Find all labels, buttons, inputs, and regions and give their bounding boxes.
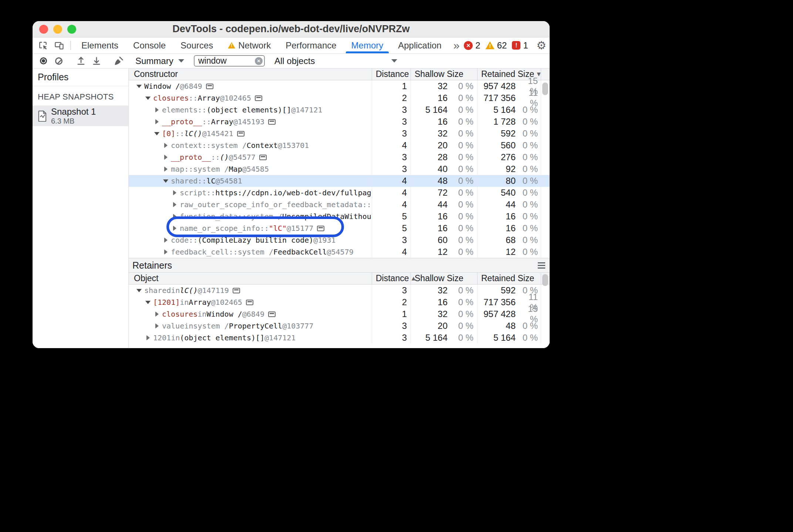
- constructor-tree-row[interactable]: code :: (CompileLazy builtin code) @1931…: [129, 234, 550, 246]
- reveal-icon[interactable]: [206, 84, 213, 89]
- column-header-shallow-size[interactable]: Shallow Size: [411, 273, 477, 284]
- expand-triangle-icon[interactable]: [161, 234, 171, 246]
- snapshot-item[interactable]: Snapshot 1 6.3 MB: [33, 105, 128, 126]
- expand-triangle-icon[interactable]: [152, 308, 162, 320]
- collapse-triangle-icon[interactable]: [152, 128, 162, 139]
- column-header-object[interactable]: Object: [129, 273, 372, 284]
- warning-count-badge[interactable]: 62: [486, 40, 507, 51]
- tab-console[interactable]: Console: [126, 37, 173, 53]
- error-count-badge[interactable]: 2: [464, 40, 480, 51]
- constructor-tree-row[interactable]: context :: system / Context @1537014200 …: [129, 139, 550, 151]
- reveal-icon[interactable]: [268, 119, 276, 125]
- constructor-tree-row[interactable]: name_or_scope_info :: "lC" @151775160 %1…: [129, 222, 550, 234]
- distance-cell: 3: [372, 116, 411, 128]
- reveal-icon[interactable]: [246, 300, 253, 305]
- reveal-icon[interactable]: [259, 155, 267, 160]
- expand-triangle-icon[interactable]: [169, 211, 180, 222]
- reveal-icon[interactable]: [233, 288, 240, 293]
- tab-performance[interactable]: Performance: [278, 37, 344, 53]
- column-header-constructor[interactable]: Constructor: [129, 68, 372, 80]
- settings-button[interactable]: ⚙: [533, 40, 550, 51]
- clear-profiles-button[interactable]: [51, 54, 67, 68]
- constructor-tree-row[interactable]: [0] :: lC() @1454213320 %5920 %: [129, 128, 550, 139]
- constructor-tree-row[interactable]: script :: https://cdpn.io/web-dot-dev/fu…: [129, 187, 550, 199]
- column-header-distance[interactable]: Distance ▲: [372, 273, 411, 284]
- issues-count-badge[interactable]: 1: [512, 40, 528, 51]
- constructor-tree-row[interactable]: shared :: lC @545814480 %800 %: [129, 175, 550, 187]
- retainer-row[interactable]: shared in lC() @1471193320 %5920 %: [129, 284, 550, 296]
- object-filter-select[interactable]: All objects: [271, 54, 401, 68]
- tab-sources[interactable]: Sources: [173, 37, 220, 53]
- collapse-triangle-icon[interactable]: [134, 80, 144, 92]
- collapse-triangle-icon[interactable]: [143, 92, 153, 104]
- constructor-cell: name_or_scope_info :: "lC" @15177: [129, 222, 372, 234]
- constructor-tree-row[interactable]: closures :: Array @1024652160 %717 35611…: [129, 92, 550, 104]
- collapse-triangle-icon[interactable]: [143, 296, 153, 308]
- retainer-row[interactable]: closures in Window / @68491320 %957 4281…: [129, 308, 550, 320]
- expand-triangle-icon[interactable]: [161, 246, 171, 258]
- expand-triangle-icon[interactable]: [169, 199, 180, 211]
- tab-memory[interactable]: Memory: [344, 37, 391, 53]
- take-snapshot-button[interactable]: [36, 54, 51, 68]
- devtools-window: DevTools - codepen.io/web-dot-dev/live/o…: [33, 21, 550, 348]
- retainer-row[interactable]: 1201 in (object elements)[] @14712135 16…: [129, 332, 550, 344]
- clear-search-icon[interactable]: [255, 57, 263, 65]
- shallow-size-cell: 160 %: [411, 92, 477, 104]
- hamburger-menu-icon[interactable]: [538, 262, 545, 269]
- scrollbar-gutter: [541, 175, 550, 187]
- constructor-tree-row[interactable]: __proto__ :: () @545773280 %2760 %: [129, 151, 550, 163]
- expand-triangle-icon[interactable]: [152, 104, 162, 116]
- scrollbar-thumb[interactable]: [542, 274, 548, 286]
- collapse-triangle-icon[interactable]: [161, 175, 171, 187]
- tab-application[interactable]: Application: [391, 37, 449, 53]
- perspective-select[interactable]: Summary: [132, 54, 188, 68]
- constructor-cell: [0] :: lC() @145421: [129, 128, 372, 139]
- constructor-tree-row[interactable]: map :: system / Map @545853400 %920 %: [129, 163, 550, 175]
- column-header-distance[interactable]: Distance: [372, 68, 411, 80]
- expand-triangle-icon[interactable]: [169, 222, 180, 234]
- retainer-row[interactable]: value in system / PropertyCell @10377732…: [129, 320, 550, 332]
- retainer-row[interactable]: [1201] in Array @1024652160 %717 35611 %: [129, 296, 550, 308]
- constructor-tree-row[interactable]: raw_outer_scope_info_or_feedback_metadat…: [129, 199, 550, 211]
- tab-network[interactable]: Network: [220, 37, 278, 53]
- minimize-window-button[interactable]: [53, 25, 62, 34]
- load-profile-button[interactable]: [73, 54, 89, 68]
- reveal-icon[interactable]: [268, 312, 276, 317]
- expand-triangle-icon[interactable]: [161, 139, 171, 151]
- collapse-triangle-icon[interactable]: [134, 284, 144, 296]
- device-toolbar-button[interactable]: [51, 37, 67, 53]
- scrollbar-thumb[interactable]: [542, 83, 548, 95]
- column-header-retained-size[interactable]: Retained Size: [477, 273, 541, 284]
- constructor-tree-row[interactable]: Window / @68491320 %957 42815 %: [129, 80, 550, 92]
- text-segment: system /: [238, 248, 273, 256]
- constructor-tree-row[interactable]: function_data :: system / UncompiledData…: [129, 211, 550, 222]
- reveal-icon[interactable]: [317, 226, 324, 231]
- text-segment: Array: [189, 298, 211, 307]
- reveal-icon[interactable]: [255, 95, 262, 101]
- retained-size-cell: 717 35611 %: [477, 92, 541, 104]
- reveal-icon[interactable]: [237, 131, 244, 137]
- retained-size-cell: 5920 %: [477, 128, 541, 139]
- column-header-shallow-size[interactable]: Shallow Size: [411, 68, 477, 80]
- expand-triangle-icon[interactable]: [152, 320, 162, 332]
- expand-triangle-icon[interactable]: [169, 187, 180, 199]
- more-tabs-button[interactable]: »: [449, 37, 464, 53]
- shallow-size-cell: 5 1640 %: [411, 104, 477, 116]
- text-segment: @102465: [211, 298, 242, 307]
- expand-triangle-icon[interactable]: [152, 116, 162, 128]
- expand-triangle-icon[interactable]: [161, 163, 171, 175]
- text-segment: in: [184, 321, 193, 330]
- clear-all-button[interactable]: [111, 54, 126, 68]
- expand-triangle-icon[interactable]: [161, 151, 171, 163]
- tab-elements[interactable]: Elements: [74, 37, 126, 53]
- expand-triangle-icon[interactable]: [143, 332, 153, 344]
- retained-size-cell: 480 %: [477, 320, 541, 332]
- constructor-tree-row[interactable]: feedback_cell :: system / FeedbackCell @…: [129, 246, 550, 258]
- inspect-element-button[interactable]: [35, 37, 51, 53]
- close-window-button[interactable]: [39, 25, 48, 34]
- constructor-tree-row[interactable]: __proto__ :: Array @1451933160 %1 7280 %: [129, 116, 550, 128]
- class-filter-input[interactable]: [194, 55, 265, 67]
- constructor-tree-row[interactable]: elements :: (object elements)[] @1471213…: [129, 104, 550, 116]
- save-profile-button[interactable]: [89, 54, 104, 68]
- zoom-window-button[interactable]: [67, 25, 76, 34]
